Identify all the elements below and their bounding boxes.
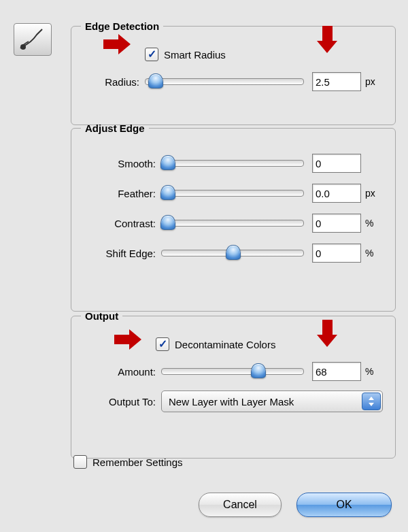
edge-detection-group: Edge Detection Smart Radius Radius: px [71,20,396,125]
amount-unit: % [361,366,386,377]
radius-slider[interactable] [145,78,304,85]
amount-slider[interactable] [161,368,304,375]
brush-icon [19,28,46,51]
output-legend: Output [81,310,122,322]
feather-thumb[interactable] [160,185,175,200]
feather-label: Feather: [81,188,161,199]
adjust-edge-group: Adjust Edge Smooth: Feather: px Contrast… [71,122,396,312]
smooth-label: Smooth: [81,158,161,169]
radius-input[interactable] [312,72,361,91]
refine-brush-tool-button[interactable] [14,23,52,56]
smart-radius-label: Smart Radius [164,49,226,61]
feather-slider[interactable] [161,190,304,197]
adjust-edge-legend: Adjust Edge [81,122,149,134]
smooth-slider[interactable] [161,160,304,167]
contrast-slider[interactable] [161,220,304,227]
contrast-input[interactable] [312,214,361,233]
cancel-button[interactable]: Cancel [199,493,282,517]
select-arrows-icon [362,393,381,410]
shift-edge-thumb[interactable] [226,245,241,260]
smart-radius-checkbox[interactable] [145,48,158,61]
radius-label: Radius: [81,76,145,88]
contrast-label: Contrast: [81,218,161,229]
radius-unit: px [361,76,386,87]
radius-thumb[interactable] [148,73,163,88]
remember-settings-label: Remember Settings [92,456,183,468]
amount-input[interactable] [312,362,361,381]
output-to-select[interactable]: New Layer with Layer Mask [161,390,383,412]
shift-edge-label: Shift Edge: [81,248,161,259]
shift-edge-input[interactable] [312,244,361,263]
contrast-thumb[interactable] [160,215,175,230]
output-group: Output Decontaminate Colors Amount: % Ou… [71,310,396,459]
amount-label: Amount: [81,366,161,378]
remember-settings-row: Remember Settings [73,452,183,472]
feather-unit: px [361,188,386,199]
decontaminate-checkbox[interactable] [156,337,169,351]
dialog-buttons: Cancel OK [199,493,392,517]
output-to-label: Output To: [81,396,161,408]
output-to-value: New Layer with Layer Mask [169,396,294,408]
contrast-unit: % [361,218,386,229]
shift-edge-unit: % [361,248,386,259]
remember-settings-checkbox[interactable] [73,455,87,469]
edge-detection-legend: Edge Detection [81,20,163,32]
decontaminate-label: Decontaminate Colors [175,339,275,350]
refine-edge-panel: Edge Detection Smart Radius Radius: px A… [0,0,408,532]
smooth-thumb[interactable] [160,155,175,170]
ok-button[interactable]: OK [296,493,392,517]
shift-edge-slider[interactable] [161,250,304,256]
smooth-input[interactable] [312,154,361,173]
amount-thumb[interactable] [251,363,266,378]
feather-input[interactable] [312,184,361,203]
